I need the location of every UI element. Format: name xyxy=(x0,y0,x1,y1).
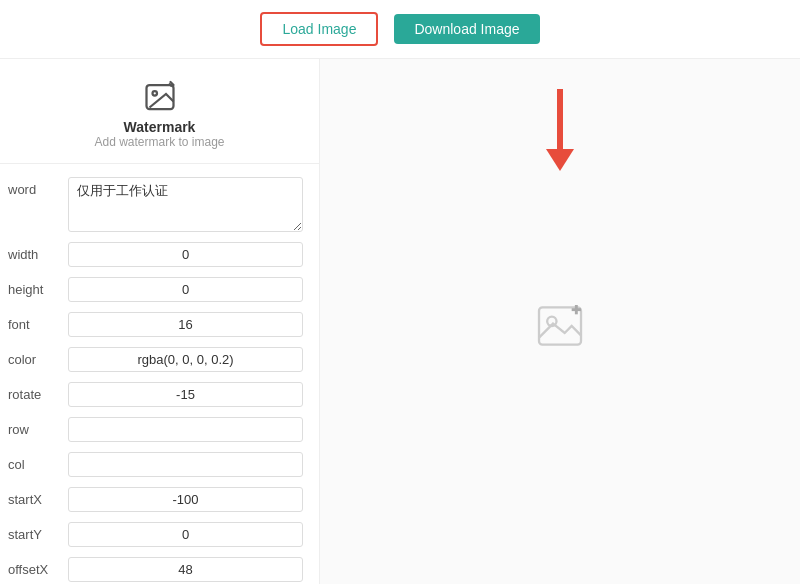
field-input-width[interactable] xyxy=(68,242,303,267)
arrow-shaft xyxy=(557,89,563,149)
field-row-color: color xyxy=(0,342,319,377)
field-label-font: font xyxy=(8,312,68,332)
svg-point-1 xyxy=(152,91,157,96)
arrow-head xyxy=(546,149,574,171)
fields-container: wordwidthheightfontcolorrotaterowcolstar… xyxy=(0,172,319,584)
field-label-width: width xyxy=(8,242,68,262)
image-placeholder-icon xyxy=(532,298,588,354)
field-row-width: width xyxy=(0,237,319,272)
field-row-font: font xyxy=(0,307,319,342)
main-layout: Watermark Add watermark to image wordwid… xyxy=(0,59,800,584)
field-row-col: col xyxy=(0,447,319,482)
svg-rect-4 xyxy=(539,307,581,344)
field-input-col[interactable] xyxy=(68,452,303,477)
field-input-font[interactable] xyxy=(68,312,303,337)
field-row-startY: startY xyxy=(0,517,319,552)
watermark-icon xyxy=(142,79,178,115)
field-label-startY: startY xyxy=(8,522,68,542)
field-input-height[interactable] xyxy=(68,277,303,302)
field-row-offsetX: offsetX xyxy=(0,552,319,584)
top-bar: Load Image Download Image xyxy=(0,0,800,59)
field-label-row: row xyxy=(8,417,68,437)
field-input-startX[interactable] xyxy=(68,487,303,512)
field-label-startX: startX xyxy=(8,487,68,507)
arrow-indicator xyxy=(546,89,574,171)
field-label-col: col xyxy=(8,452,68,472)
field-input-offsetX[interactable] xyxy=(68,557,303,582)
field-input-rotate[interactable] xyxy=(68,382,303,407)
sidebar: Watermark Add watermark to image wordwid… xyxy=(0,59,320,584)
field-label-offsetX: offsetX xyxy=(8,557,68,577)
field-label-word: word xyxy=(8,177,68,197)
canvas-area xyxy=(320,59,800,584)
watermark-header: Watermark Add watermark to image xyxy=(0,69,319,164)
field-input-row[interactable] xyxy=(68,417,303,442)
field-label-height: height xyxy=(8,277,68,297)
field-row-rotate: rotate xyxy=(0,377,319,412)
canvas-placeholder xyxy=(532,298,588,354)
field-label-rotate: rotate xyxy=(8,382,68,402)
watermark-title: Watermark xyxy=(124,119,196,135)
field-input-color[interactable] xyxy=(68,347,303,372)
field-input-startY[interactable] xyxy=(68,522,303,547)
field-row-height: height xyxy=(0,272,319,307)
watermark-subtitle: Add watermark to image xyxy=(94,135,224,149)
download-image-button[interactable]: Download Image xyxy=(394,14,539,44)
field-row-row: row xyxy=(0,412,319,447)
field-row-startX: startX xyxy=(0,482,319,517)
field-input-word[interactable] xyxy=(68,177,303,232)
load-image-button[interactable]: Load Image xyxy=(260,12,378,46)
field-label-color: color xyxy=(8,347,68,367)
field-row-word: word xyxy=(0,172,319,237)
